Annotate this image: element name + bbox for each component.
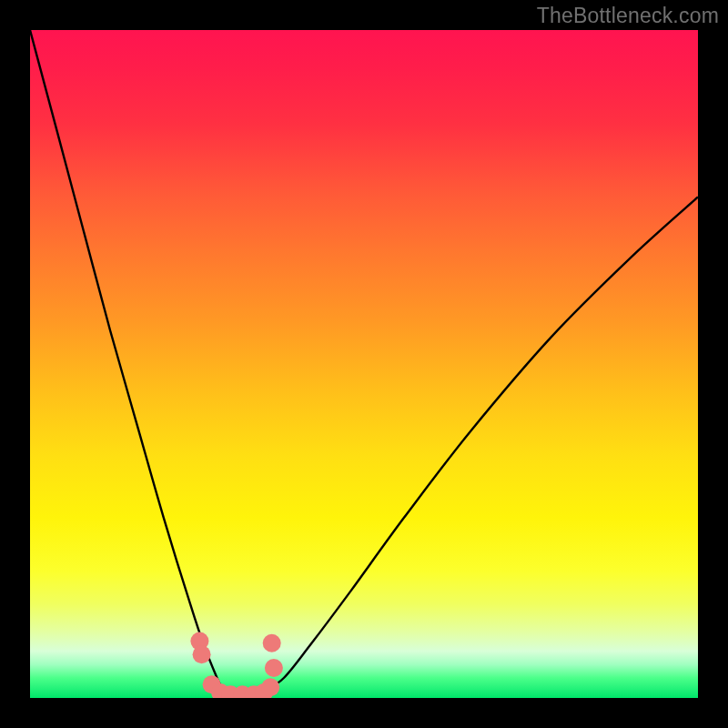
trough-marker (193, 645, 211, 663)
chart-frame: TheBottleneck.com (0, 0, 728, 728)
watermark-text: TheBottleneck.com (537, 4, 719, 28)
bottleneck-curve (30, 30, 698, 698)
trough-marker (265, 659, 283, 677)
curve-svg (30, 30, 698, 698)
trough-marker (263, 634, 281, 652)
plot-area (30, 30, 698, 698)
trough-marker-group (190, 632, 283, 698)
trough-marker (261, 678, 279, 696)
